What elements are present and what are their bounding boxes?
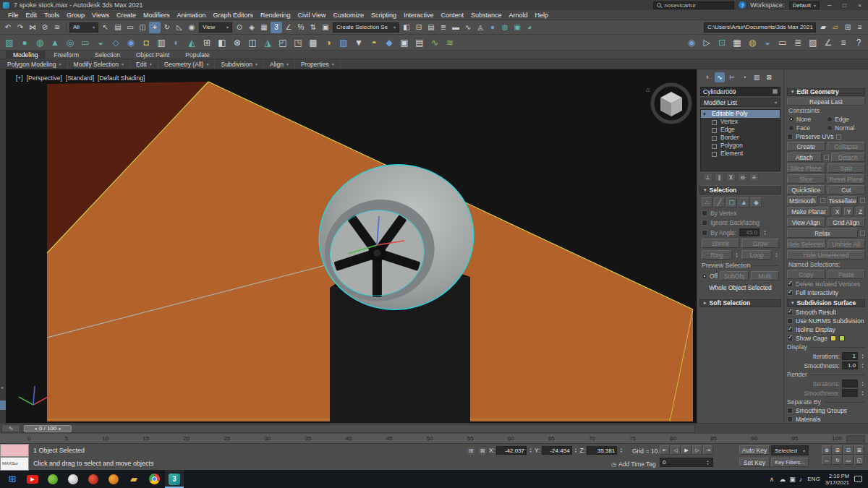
edit-named-sets-icon[interactable]: ▣	[320, 22, 331, 33]
space-warps-icon[interactable]: ◐	[169, 35, 184, 50]
align-camera-icon[interactable]: ◰	[276, 35, 290, 50]
named-selection-set-dropdown[interactable]: Create Selection Se	[333, 22, 399, 33]
constraint-radio[interactable]: Edge	[827, 116, 864, 123]
material-explorer-icon[interactable]: ◆	[382, 35, 396, 50]
menu-item[interactable]: Edit	[22, 10, 41, 20]
language-indicator[interactable]: ENG	[807, 476, 820, 482]
orbit-icon[interactable]: ↻	[833, 455, 843, 465]
ribbon-panel-button[interactable]: Polygon Modeling	[1, 59, 68, 69]
quickslice-button[interactable]: QuickSlice	[787, 185, 825, 194]
smoothing-groups-checkbox[interactable]: Smoothing Groups	[787, 407, 865, 414]
subdivision-surface-rollout-header[interactable]: Subdivision Surface	[787, 298, 865, 307]
zoom-region-icon[interactable]: ▭	[843, 455, 854, 465]
reset-plane-button[interactable]: Reset Plane	[827, 174, 866, 184]
relax-button[interactable]: Relax	[787, 228, 858, 238]
time-slider-track[interactable]: 0 / 100	[22, 424, 695, 433]
vertex-mode-icon[interactable]: ∴	[702, 197, 712, 207]
z-coordinate-input[interactable]: 35.381	[587, 446, 617, 455]
create-button[interactable]: Create	[787, 142, 825, 151]
element-mode-icon[interactable]: ◆	[751, 197, 762, 207]
configure-modifier-sets-icon[interactable]: ≡	[749, 173, 759, 181]
helpers-icon[interactable]: ▥	[154, 35, 169, 50]
ribbon-tab[interactable]: Selection	[88, 51, 127, 59]
constraint-radio[interactable]: None	[788, 116, 825, 123]
motion-capture-icon[interactable]: ∿	[427, 35, 442, 50]
x-spinner[interactable]	[528, 448, 533, 453]
cone-primitive-icon[interactable]: ▲	[48, 35, 62, 50]
particle-view-icon[interactable]: ⊡	[715, 35, 729, 50]
use-nurms-checkbox[interactable]: Use NURMS Subdivision	[787, 317, 865, 325]
preview-multi-button[interactable]: Multi	[751, 271, 779, 281]
maxscript-mini-listener[interactable]: MAXScr	[0, 457, 29, 471]
menu-item[interactable]: Scripting	[367, 10, 400, 20]
material-editor-icon[interactable]: ●	[487, 22, 498, 33]
split-button[interactable]: Split	[827, 163, 866, 173]
auto-key-button[interactable]: Auto Key	[739, 445, 770, 455]
ribbon-panel-button[interactable]: Align	[264, 59, 295, 69]
slice-plane-button[interactable]: Slice Plane	[787, 163, 825, 173]
scene-scripts-icon[interactable]: ≡	[854, 22, 866, 33]
add-time-tag[interactable]: ◷Add Time Tag	[611, 461, 656, 468]
youtube-icon[interactable]: ▶	[23, 470, 42, 488]
soft-selection-rollout-header[interactable]: Soft Selection	[699, 298, 781, 307]
redo-icon[interactable]: ↷	[14, 22, 26, 33]
planar-x-button[interactable]: X	[833, 207, 842, 216]
torus-primitive-icon[interactable]: ◎	[63, 35, 77, 50]
show-cage-checkbox[interactable]: Show Cage	[787, 335, 865, 342]
align-icon[interactable]: ⊟	[413, 22, 425, 33]
folder-icon[interactable]: ▰	[124, 470, 143, 488]
select-and-link-icon[interactable]: ⋈	[27, 22, 38, 33]
browser-green-icon[interactable]	[43, 470, 62, 488]
shrink-button[interactable]: Shrink	[702, 239, 739, 248]
remove-modifier-icon[interactable]: ⊖	[738, 173, 747, 181]
schematic-view-icon[interactable]: ◬	[475, 22, 486, 33]
render-iterations-spinner[interactable]	[860, 381, 865, 387]
tessellate-button[interactable]: Tessellate	[827, 196, 859, 205]
mirror-icon[interactable]: ◧	[401, 22, 412, 33]
attach-settings-icon[interactable]	[824, 155, 829, 160]
utilities-extra-icon[interactable]: ≋	[443, 35, 457, 50]
state-sets-icon[interactable]: ▦	[730, 35, 744, 50]
snaps-toggle-icon[interactable]: 3	[271, 22, 282, 33]
mass-fx-icon[interactable]: ◉	[684, 35, 699, 50]
preview-off-radio[interactable]: Off	[702, 273, 718, 280]
viewport-layout-tab[interactable]	[0, 401, 6, 410]
key-filters-button[interactable]: Key Filters...	[771, 458, 809, 467]
select-object-icon[interactable]: ↖	[100, 22, 111, 33]
go-to-end-icon[interactable]: ⇥	[703, 445, 713, 455]
menu-item[interactable]: Animation	[173, 10, 209, 20]
show-hidden-icons-icon[interactable]: ∧	[770, 476, 775, 483]
modifier-stack-row[interactable]: Element	[701, 150, 780, 158]
light-icon[interactable]: ◘	[139, 35, 153, 50]
viewport-menu-plus[interactable]: [+]	[16, 74, 23, 82]
tessellate-settings-icon[interactable]	[860, 198, 865, 203]
close-icon[interactable]: ×	[854, 1, 865, 9]
ring-button[interactable]: Ring	[702, 250, 732, 260]
constraint-radio[interactable]: Normal	[827, 124, 864, 132]
create-tab-icon[interactable]: +	[702, 72, 712, 82]
isoline-display-checkbox[interactable]: Isoline Display	[787, 326, 865, 333]
curve-editor-icon[interactable]: ∿	[462, 22, 474, 33]
viewport-menu-shading[interactable]: [Default Shading]	[98, 74, 145, 82]
ribbon-panel-button[interactable]: Properties	[295, 59, 341, 69]
menu-item[interactable]: Graph Editors	[209, 10, 257, 20]
relax-settings-icon[interactable]	[860, 231, 865, 236]
place-highlight-icon[interactable]: ◳	[291, 35, 305, 50]
teapot-primitive-icon[interactable]: ◒	[93, 35, 108, 50]
edge-mode-icon[interactable]: ╱	[714, 197, 725, 207]
go-to-start-icon[interactable]: ⇤	[660, 445, 670, 455]
workspace-dropdown[interactable]: Default	[789, 1, 820, 9]
make-unique-icon[interactable]: ⊻	[726, 173, 736, 181]
make-planar-button[interactable]: Make Planar	[787, 207, 830, 216]
home-grid-icon[interactable]: ⊞	[842, 22, 854, 33]
select-and-rotate-icon[interactable]: ↻	[161, 22, 173, 33]
perspective-viewport[interactable]: [+] [Perspective] [Standard] [Default Sh…	[6, 69, 697, 423]
constraint-radio[interactable]: Face	[788, 124, 825, 132]
hierarchy-tab-icon[interactable]: ⊢	[727, 72, 737, 82]
menu-item[interactable]: File	[4, 10, 22, 20]
unlink-selection-icon[interactable]: ⊘	[39, 22, 51, 33]
ribbon-panel-button[interactable]: Edit	[130, 59, 158, 69]
ribbon-tab[interactable]: Modeling	[6, 51, 46, 59]
display-tab-icon[interactable]: ▥	[752, 72, 762, 82]
render-smoothness-spinner[interactable]	[860, 390, 865, 396]
